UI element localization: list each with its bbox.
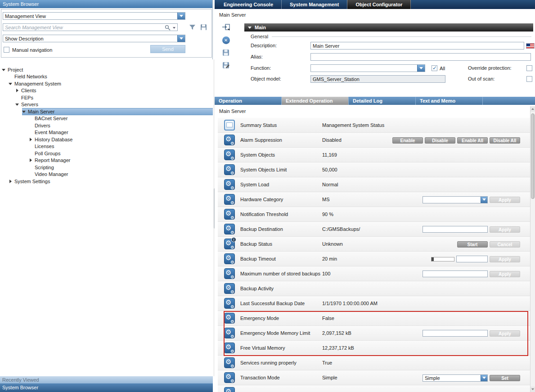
property-value: 1/1/1970 1:00:00.000 AM bbox=[322, 296, 378, 311]
value-input[interactable] bbox=[423, 226, 488, 233]
property-value: MS bbox=[322, 192, 330, 207]
system-browser-bar[interactable]: System Browser bbox=[0, 383, 213, 392]
apply-button[interactable]: Apply bbox=[490, 330, 520, 337]
tab-object-configurator[interactable]: Object Configurator bbox=[347, 0, 411, 9]
timeout-slider[interactable] bbox=[431, 257, 454, 261]
description-field[interactable] bbox=[310, 42, 524, 50]
property-value: 100 bbox=[322, 266, 330, 281]
alias-field[interactable] bbox=[310, 53, 531, 61]
chevron-down-icon[interactable] bbox=[481, 197, 487, 203]
scroll-up-icon[interactable] bbox=[531, 106, 535, 112]
chevron-down-icon[interactable] bbox=[417, 65, 425, 72]
apply-button[interactable]: Apply bbox=[490, 226, 520, 233]
enable-button[interactable]: Enable bbox=[392, 137, 423, 144]
save-icon[interactable] bbox=[221, 48, 230, 57]
rows-scrollbar[interactable] bbox=[530, 106, 535, 392]
apply-button[interactable]: Apply bbox=[490, 256, 520, 262]
tree-item-poll-groups[interactable]: Poll Groups bbox=[0, 150, 213, 157]
tree-item-history-database[interactable]: History Database bbox=[0, 136, 213, 143]
enable-all-button[interactable]: Enable All bbox=[457, 137, 488, 144]
tab-engineering-console[interactable]: Engineering Console bbox=[216, 0, 282, 9]
slider-knob[interactable] bbox=[432, 257, 434, 261]
rows-scrollbar-thumb[interactable] bbox=[531, 113, 535, 199]
gear-icon: ⚙⚙ bbox=[224, 268, 235, 279]
expander-open-icon[interactable] bbox=[9, 81, 13, 86]
tree-item-event-manager[interactable]: Event Manager bbox=[0, 129, 213, 136]
filter-icon[interactable] bbox=[189, 23, 196, 31]
expander-spacer bbox=[9, 74, 13, 79]
property-name: Transaction Mode bbox=[240, 370, 280, 385]
tree-item-clients[interactable]: Clients bbox=[0, 87, 213, 95]
search-input[interactable] bbox=[3, 23, 178, 31]
all-checkbox[interactable] bbox=[432, 65, 437, 71]
tab-text-and-memo[interactable]: Text and Memo bbox=[416, 97, 483, 105]
value-input[interactable] bbox=[423, 270, 488, 277]
view-selector[interactable]: Management View bbox=[3, 12, 185, 20]
tab-extended-operation[interactable]: Extended Operation bbox=[282, 97, 349, 105]
collapse-icon[interactable] bbox=[248, 27, 252, 29]
chevron-down-icon[interactable] bbox=[177, 35, 185, 42]
search-options-arrow-icon[interactable] bbox=[172, 26, 176, 30]
tree-item-main-server[interactable]: Main Server bbox=[0, 108, 213, 115]
tab-operation[interactable]: Operation bbox=[215, 97, 282, 105]
function-dropdown[interactable] bbox=[310, 64, 425, 72]
value-dropdown[interactable] bbox=[423, 196, 488, 203]
open-object-icon[interactable] bbox=[221, 23, 230, 32]
apply-button[interactable]: Apply bbox=[490, 197, 520, 203]
tree-item-field-networks[interactable]: Field Networks bbox=[0, 73, 213, 81]
expander-closed-icon[interactable] bbox=[15, 88, 20, 93]
property-controls: StartCancel bbox=[457, 237, 520, 252]
expander-closed-icon[interactable] bbox=[29, 137, 33, 142]
tab-detailed-log[interactable]: Detailed Log bbox=[349, 97, 416, 105]
property-row-transaction-mode: ⚙⚙Transaction ModeSimpleSimpleSet bbox=[218, 370, 530, 385]
expander-closed-icon[interactable] bbox=[9, 179, 13, 184]
chevron-down-icon[interactable] bbox=[177, 13, 185, 19]
tree-item-licenses[interactable]: Licenses bbox=[0, 143, 213, 150]
tree-item-management-system[interactable]: Management System bbox=[0, 80, 213, 87]
apply-button[interactable]: Apply bbox=[490, 271, 520, 277]
property-row-free-virtual-memory: ⚙⚙Free Virtual Memory12,237,172 kB bbox=[218, 341, 530, 356]
property-row-summary-status: Summary StatusManagement System Status bbox=[218, 118, 530, 133]
language-flag-icon[interactable] bbox=[526, 43, 535, 49]
value-dropdown[interactable]: Simple bbox=[423, 374, 488, 382]
expander-closed-icon[interactable] bbox=[29, 158, 33, 162]
cancel-button[interactable]: Cancel bbox=[490, 241, 520, 248]
disable-button[interactable]: Disable bbox=[425, 137, 455, 144]
tab-system-management[interactable]: System Management bbox=[282, 0, 347, 9]
tree-item-servers[interactable]: Servers bbox=[0, 101, 213, 108]
disable-all-button[interactable]: Disable All bbox=[490, 137, 520, 144]
property-controls: Apply bbox=[431, 252, 520, 266]
expander-open-icon[interactable] bbox=[22, 109, 27, 114]
main-section-header[interactable]: Main bbox=[244, 23, 533, 32]
search-icon[interactable] bbox=[164, 24, 171, 31]
override-protection-checkbox[interactable] bbox=[526, 65, 532, 71]
tree-item-scripting[interactable]: Scripting bbox=[0, 164, 213, 171]
value-input[interactable] bbox=[423, 330, 488, 337]
cancel-icon[interactable]: ✕ bbox=[221, 36, 230, 45]
save-filter-icon[interactable] bbox=[200, 23, 207, 31]
send-button[interactable]: Send bbox=[150, 45, 185, 53]
tree-item-feps[interactable]: FEPs bbox=[0, 94, 213, 101]
tree-item-system-settings[interactable]: System Settings bbox=[0, 178, 213, 185]
save-edit-icon[interactable] bbox=[221, 61, 230, 70]
tree-item-report-manager[interactable]: Report Manager bbox=[0, 157, 213, 164]
set-button[interactable]: Set bbox=[490, 375, 520, 381]
gear-icon: ⚙⚙ bbox=[224, 342, 235, 353]
tree-item-project[interactable]: Project bbox=[0, 66, 213, 73]
tree-item-bacnet-server[interactable]: BACnet Server bbox=[0, 115, 213, 122]
tree-item-label: Field Networks bbox=[14, 74, 47, 79]
all-checkbox-label: All bbox=[440, 66, 445, 71]
recently-viewed-bar[interactable]: Recently Viewed bbox=[0, 376, 213, 383]
property-row-system-objects-limit: ⚙⚙System Objects Limit50,000 bbox=[218, 162, 530, 177]
out-of-scan-checkbox[interactable] bbox=[526, 76, 532, 82]
chevron-down-icon[interactable] bbox=[481, 375, 487, 381]
expander-open-icon[interactable] bbox=[2, 68, 6, 72]
scroll-down-icon[interactable] bbox=[531, 387, 535, 392]
tree-item-video-manager[interactable]: Video Manager bbox=[0, 171, 213, 178]
manual-navigation-checkbox[interactable] bbox=[4, 47, 9, 53]
expander-open-icon[interactable] bbox=[15, 102, 20, 107]
value-input[interactable] bbox=[456, 256, 488, 262]
start-button[interactable]: Start bbox=[457, 241, 488, 248]
tree-item-drivers[interactable]: Drivers bbox=[0, 122, 213, 129]
description-selector[interactable]: Show Description bbox=[3, 35, 185, 42]
